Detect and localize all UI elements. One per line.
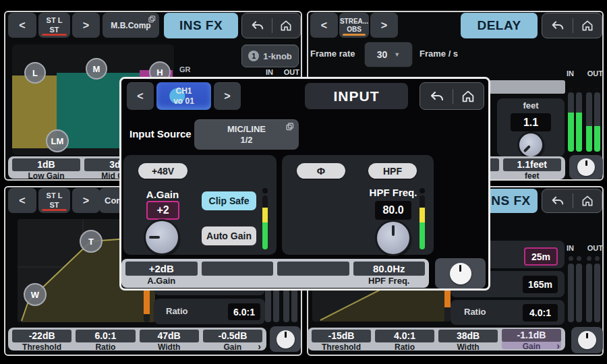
out-meter-2 xyxy=(291,289,297,322)
next-channel-button[interactable]: > xyxy=(214,82,241,110)
param-cell-threshold[interactable]: -15dBThreshold xyxy=(312,330,371,348)
undo-icon[interactable] xyxy=(550,193,565,208)
param-cell-width[interactable]: 38dBWidth xyxy=(438,330,498,348)
next-channel-button[interactable]: > xyxy=(72,13,100,38)
channel-name: ST L xyxy=(47,191,63,200)
param-cell-again[interactable]: +2dBA.Gain xyxy=(125,262,198,285)
nav-group xyxy=(241,13,301,38)
frame-rate-dropdown[interactable]: 30 ▼ xyxy=(364,42,413,67)
next-channel-button[interactable]: > xyxy=(370,13,398,38)
divider xyxy=(573,193,573,208)
touch-knob-button[interactable] xyxy=(569,155,603,179)
channel-select-button[interactable]: CH1vo 01 xyxy=(156,82,211,110)
width-handle[interactable]: W xyxy=(24,283,47,306)
auto-gain-button[interactable]: Auto Gain xyxy=(202,226,256,245)
meter-peak-dot xyxy=(262,188,268,193)
mixer-screen: < ST LST > M.B.Comp INS FX L M H LM 1 1-… xyxy=(0,0,607,364)
channel-color-bar xyxy=(42,34,67,36)
in-meter-2 xyxy=(576,92,582,152)
out-meter-2 xyxy=(594,264,600,322)
prev-channel-button[interactable]: < xyxy=(8,13,36,38)
channel-name: ST L xyxy=(47,16,63,25)
chevron-left-icon: < xyxy=(19,195,25,207)
copy-icon xyxy=(286,123,294,131)
param-cell[interactable]: 1dBLow Gain xyxy=(12,158,80,177)
parameter-strip: -15dBThreshold 4.0:1Ratio 38dBWidth -1.1… xyxy=(308,328,565,351)
touch-knob-button[interactable] xyxy=(435,258,486,289)
channel-name: STREA... xyxy=(340,18,368,26)
library-button[interactable]: M.B.Comp xyxy=(103,13,159,38)
channel-select-button[interactable]: STREA...OBS xyxy=(339,13,369,38)
delay-unit-label: feet xyxy=(497,100,565,111)
threshold-handle[interactable]: T xyxy=(80,230,103,253)
analog-gain-value[interactable]: +2 xyxy=(146,201,179,220)
more-chevron-icon: › xyxy=(556,341,560,351)
phase-button[interactable]: Φ xyxy=(297,163,345,179)
delay-knob[interactable] xyxy=(519,133,542,156)
analog-gain-knob[interactable] xyxy=(146,221,178,253)
page-title-delay: DELAY xyxy=(461,13,538,38)
prev-channel-button[interactable]: < xyxy=(310,13,338,38)
ratio-value[interactable]: 4.0:1 xyxy=(523,304,558,322)
hpf-freq-value[interactable]: 80.0 xyxy=(375,201,411,220)
channel-select-button[interactable]: ST LST xyxy=(38,188,70,213)
param-cell[interactable] xyxy=(277,262,349,285)
undo-icon[interactable] xyxy=(428,88,444,104)
meter-peak-dot xyxy=(587,86,591,91)
attack-value[interactable]: 25m xyxy=(524,247,558,266)
input-source-button[interactable]: MIC/LINE1/2 xyxy=(194,119,299,150)
undo-icon[interactable] xyxy=(550,18,565,33)
chevron-left-icon: < xyxy=(137,90,143,102)
param-cell-width[interactable]: 47dBWidth xyxy=(140,330,199,348)
dropdown-arrow-icon: ▼ xyxy=(394,51,400,58)
ratio-value[interactable]: 6.0:1 xyxy=(228,303,260,320)
undo-icon[interactable] xyxy=(250,18,264,33)
nav-group xyxy=(542,13,602,38)
param-cell-hpf[interactable]: 80.0HzHPF Freq. xyxy=(353,262,426,285)
divider xyxy=(573,18,573,33)
one-knob-button[interactable]: 1 1-knob xyxy=(241,44,299,67)
param-cell-gain-selected[interactable]: -1.1dB Gain› xyxy=(502,329,561,349)
clip-safe-button[interactable]: Clip Safe xyxy=(202,191,256,210)
param-cell-threshold[interactable]: -22dBThreshold xyxy=(12,330,71,348)
param-cell-ratio[interactable]: 4.0:1Ratio xyxy=(375,330,434,348)
home-icon[interactable] xyxy=(581,194,594,208)
release-value[interactable]: 165m xyxy=(523,276,558,293)
next-channel-button[interactable]: > xyxy=(72,188,100,213)
touch-knob-button[interactable] xyxy=(571,327,603,353)
home-icon[interactable] xyxy=(279,19,293,32)
delay-scale-bar[interactable] xyxy=(489,80,565,94)
in-out-meter-labels: INOUT xyxy=(266,68,299,76)
mid-band-handle[interactable]: M xyxy=(86,58,107,80)
hpf-freq-knob[interactable] xyxy=(377,222,409,254)
meter-peak-dot xyxy=(577,256,581,261)
knob-icon xyxy=(578,331,596,349)
parameter-strip: +2dBA.Gain 80.0HzHPF Freq. xyxy=(121,259,429,288)
touch-knob-button[interactable] xyxy=(270,326,301,352)
more-chevron-icon: › xyxy=(258,342,261,351)
nav-group xyxy=(420,82,484,110)
meter-peak-dot xyxy=(420,188,425,193)
prev-channel-button[interactable]: < xyxy=(127,82,154,110)
param-cell-gain[interactable]: -0.5dBGain› xyxy=(203,330,262,348)
one-knob-badge: 1 xyxy=(248,51,259,61)
frame-rate-label: Frame rate xyxy=(310,49,355,59)
out-meter-2 xyxy=(594,92,600,152)
in-meter-2 xyxy=(576,264,582,322)
in-meter-1 xyxy=(265,289,271,322)
home-icon[interactable] xyxy=(461,89,475,104)
hpf-button[interactable]: HPF xyxy=(368,163,417,179)
low-band-handle[interactable]: L xyxy=(24,62,46,84)
page-title-insfx: INS FX xyxy=(164,13,238,38)
out-meter-1 xyxy=(283,289,289,322)
in-out-meter-labels: INOUT xyxy=(567,69,603,78)
input-level-meter xyxy=(420,195,425,249)
home-icon[interactable] xyxy=(581,19,594,32)
param-cell[interactable] xyxy=(202,262,274,285)
low-mid-crossover-handle[interactable]: LM xyxy=(46,129,69,152)
channel-select-button[interactable]: ST LST xyxy=(38,13,70,38)
param-cell-ratio[interactable]: 6.0:1Ratio xyxy=(76,330,135,348)
param-cell[interactable]: 1.1feetfeet xyxy=(503,158,562,177)
phantom-power-button[interactable]: +48V xyxy=(138,163,187,179)
prev-channel-button[interactable]: < xyxy=(8,188,36,213)
